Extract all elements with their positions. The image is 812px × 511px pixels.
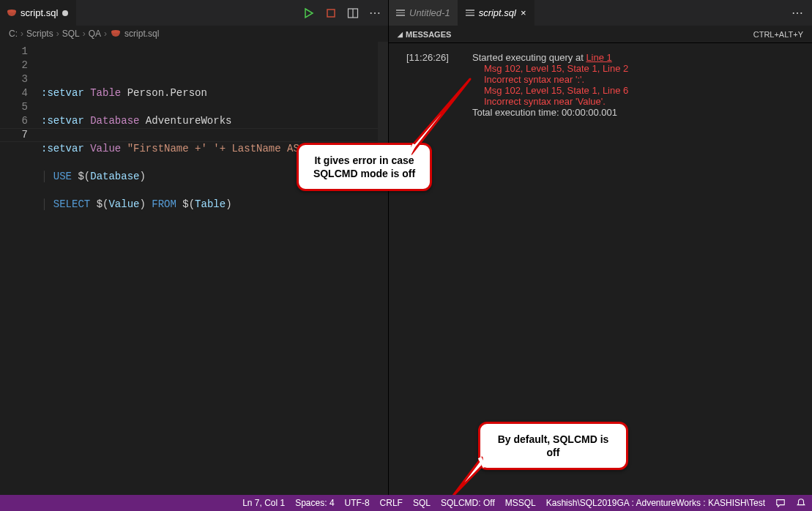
svg-rect-0 — [327, 10, 335, 17]
close-icon[interactable]: × — [521, 7, 526, 18]
more-actions-icon[interactable]: ⋯ — [791, 6, 812, 20]
code-editor[interactable]: 1234567 :setvar Table Person.Person :set… — [0, 42, 388, 496]
stop-icon[interactable] — [325, 7, 337, 19]
messages-header[interactable]: ◢ MESSAGES CTRL+ALT+Y — [389, 26, 812, 43]
tab-label: script.sql — [21, 7, 58, 18]
breadcrumb[interactable]: C:› Scripts› SQL› QA› script.sql — [0, 26, 388, 42]
crumb: QA — [89, 29, 101, 39]
crumb: C: — [9, 29, 18, 39]
tab-untitled[interactable]: Untitled-1 — [389, 0, 458, 26]
status-connection[interactable]: Kashish\SQL2019GA : AdventureWorks : KAS… — [546, 498, 765, 508]
messages-label: MESSAGES — [406, 30, 451, 39]
split-editor-icon[interactable] — [347, 7, 359, 19]
status-sqlcmd[interactable]: SQLCMD: Off — [441, 498, 495, 508]
error-line-link[interactable]: Line 1 — [586, 52, 611, 63]
status-indent[interactable]: Spaces: 4 — [295, 498, 334, 508]
status-mssql[interactable]: MSSQL — [505, 498, 536, 508]
crumb: script.sql — [124, 29, 159, 39]
shortcut-hint: CTRL+ALT+Y — [753, 30, 803, 39]
status-eol[interactable]: CRLF — [380, 498, 403, 508]
msg-content: Started executing query at Line 1 Msg 10… — [472, 52, 799, 118]
status-bar: Ln 7, Col 1 Spaces: 4 UTF-8 CRLF SQL SQL… — [0, 495, 812, 511]
notifications-icon[interactable] — [796, 498, 806, 508]
tab-script-results[interactable]: script.sql × — [458, 0, 534, 26]
crumb: Scripts — [26, 29, 53, 39]
tab-script-sql[interactable]: script.sql — [0, 0, 76, 26]
collapse-icon: ◢ — [398, 31, 403, 38]
annotation-callout-1: It gives error in case SQLCMD mode is of… — [297, 143, 432, 191]
code-content: :setvar Table Person.Person :setvar Data… — [41, 45, 388, 496]
annotation-callout-2: By default, SQLCMD is off — [478, 422, 628, 470]
msg-timestamp: [11:26:26] — [406, 52, 463, 118]
tab-label: script.sql — [479, 7, 516, 18]
editor-tabbar-left: script.sql ⋯ — [0, 0, 388, 26]
database-icon — [7, 10, 16, 17]
crumb: SQL — [62, 29, 80, 39]
status-encoding[interactable]: UTF-8 — [345, 498, 370, 508]
feedback-icon[interactable] — [775, 498, 786, 508]
editor-tabbar-right: Untitled-1 script.sql × ⋯ — [389, 0, 812, 26]
more-actions-icon[interactable]: ⋯ — [369, 6, 381, 20]
line-gutter: 1234567 — [0, 45, 41, 496]
status-language[interactable]: SQL — [413, 498, 431, 508]
run-icon[interactable] — [303, 7, 315, 19]
file-icon — [396, 10, 405, 16]
database-icon — [111, 30, 120, 37]
file-icon — [466, 10, 474, 16]
dirty-dot-icon — [62, 10, 68, 16]
status-cursor-pos[interactable]: Ln 7, Col 1 — [242, 498, 285, 508]
tab-label: Untitled-1 — [409, 7, 450, 18]
